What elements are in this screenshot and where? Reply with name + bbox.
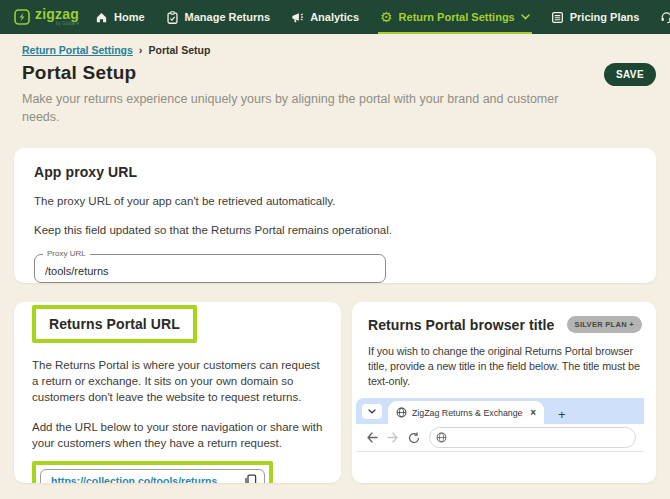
nav-label: Pricing Plans bbox=[570, 11, 640, 23]
nav-item-analytics[interactable]: Analytics bbox=[291, 0, 359, 34]
breadcrumb-link-return-portal-settings[interactable]: Return Portal Settings bbox=[22, 44, 133, 56]
app-proxy-url-card: App proxy URL The proxy URL of your app … bbox=[14, 148, 656, 283]
breadcrumb-separator: › bbox=[139, 44, 143, 56]
page-title: Portal Setup bbox=[22, 62, 136, 84]
top-navigation: zigzag by Global-e Home Manage Returns bbox=[0, 0, 670, 34]
page-description: Make your returns experience uniquely yo… bbox=[22, 90, 597, 126]
home-icon bbox=[95, 11, 108, 24]
zigzag-logo-icon bbox=[14, 9, 30, 25]
chevron-down-icon bbox=[521, 14, 530, 20]
proxy-url-input[interactable] bbox=[34, 254, 386, 283]
proxy-url-field-wrap: Proxy URL bbox=[34, 254, 386, 283]
address-bar bbox=[429, 427, 636, 448]
browser-page-area bbox=[356, 452, 644, 483]
returns-portal-url-card: Returns Portal URL The Returns Portal is… bbox=[14, 302, 341, 483]
app-proxy-line1: The proxy URL of your app can't be retri… bbox=[34, 193, 636, 209]
browser-title-description: If you wish to change the original Retur… bbox=[368, 344, 642, 389]
proxy-url-field-label: Proxy URL bbox=[43, 249, 90, 258]
nav-item-home[interactable]: Home bbox=[95, 0, 145, 34]
chevron-down-icon bbox=[368, 409, 376, 414]
app-proxy-card-title: App proxy URL bbox=[34, 164, 636, 180]
copy-url-button[interactable] bbox=[244, 474, 257, 483]
headset-icon bbox=[660, 11, 670, 24]
app-proxy-line2: Keep this field updated so that the Retu… bbox=[34, 222, 636, 238]
clipboard-icon bbox=[166, 11, 179, 24]
new-tab-icon: + bbox=[558, 408, 566, 421]
browser-preview-mockup: ZigZag Returns & Exchanges × + bbox=[356, 398, 644, 483]
nav-item-return-portal-settings[interactable]: ⚙ Return Portal Settings bbox=[380, 0, 530, 34]
portal-url-line2: Add the URL below to your store navigati… bbox=[32, 419, 325, 451]
brand-tagline: by Global-e bbox=[35, 22, 79, 27]
portal-link-row: https://collection.co/tools/returns bbox=[40, 469, 265, 483]
portal-url-card-title: Returns Portal URL bbox=[49, 316, 180, 332]
nav-item-help[interactable]: Help bbox=[660, 0, 670, 34]
megaphone-icon bbox=[291, 11, 304, 24]
forward-icon bbox=[387, 432, 399, 443]
browser-tabstrip: ZigZag Returns & Exchanges × + bbox=[356, 398, 644, 424]
back-icon bbox=[366, 432, 378, 443]
highlight-box-title: Returns Portal URL bbox=[32, 305, 197, 343]
browser-toolbar bbox=[356, 424, 644, 452]
reload-icon bbox=[408, 432, 420, 444]
tab-close-icon: × bbox=[528, 407, 536, 418]
browser-title-card: Returns Portal browser title SILVER PLAN… bbox=[352, 302, 656, 483]
zigzag-logo[interactable]: zigzag by Global-e bbox=[0, 0, 79, 34]
pricing-plans-icon bbox=[551, 11, 564, 24]
nav-item-pricing-plans[interactable]: Pricing Plans bbox=[551, 0, 640, 34]
active-nav-underline bbox=[378, 32, 532, 34]
nav-items: Home Manage Returns Analytics ⚙ Return P… bbox=[95, 0, 670, 34]
returns-portal-link[interactable]: https://collection.co/tools/returns bbox=[51, 475, 217, 483]
tab-search-chevron-button bbox=[362, 404, 382, 419]
gear-icon: ⚙ bbox=[380, 10, 393, 24]
active-browser-tab: ZigZag Returns & Exchanges × bbox=[388, 401, 544, 424]
browser-title-card-header: Returns Portal browser title SILVER PLAN… bbox=[368, 316, 642, 333]
copy-icon bbox=[244, 474, 257, 483]
nav-label: Home bbox=[114, 11, 145, 23]
browser-title-card-title: Returns Portal browser title bbox=[368, 317, 554, 333]
silver-plan-badge: SILVER PLAN + bbox=[567, 316, 642, 333]
globe-icon bbox=[396, 407, 407, 418]
highlight-box-link: https://collection.co/tools/returns bbox=[32, 461, 273, 483]
nav-label: Return Portal Settings bbox=[399, 11, 515, 23]
browser-tab-title: ZigZag Returns & Exchanges bbox=[412, 408, 523, 418]
breadcrumb: Return Portal Settings › Portal Setup bbox=[22, 44, 210, 56]
nav-item-manage-returns[interactable]: Manage Returns bbox=[166, 0, 271, 34]
nav-label: Analytics bbox=[310, 11, 359, 23]
portal-url-line1: The Returns Portal is where your custome… bbox=[32, 357, 325, 405]
breadcrumb-current: Portal Setup bbox=[149, 44, 211, 56]
brand-name: zigzag bbox=[35, 7, 79, 21]
nav-label: Manage Returns bbox=[185, 11, 271, 23]
save-button[interactable]: SAVE bbox=[604, 63, 656, 86]
globe-icon bbox=[436, 432, 447, 443]
